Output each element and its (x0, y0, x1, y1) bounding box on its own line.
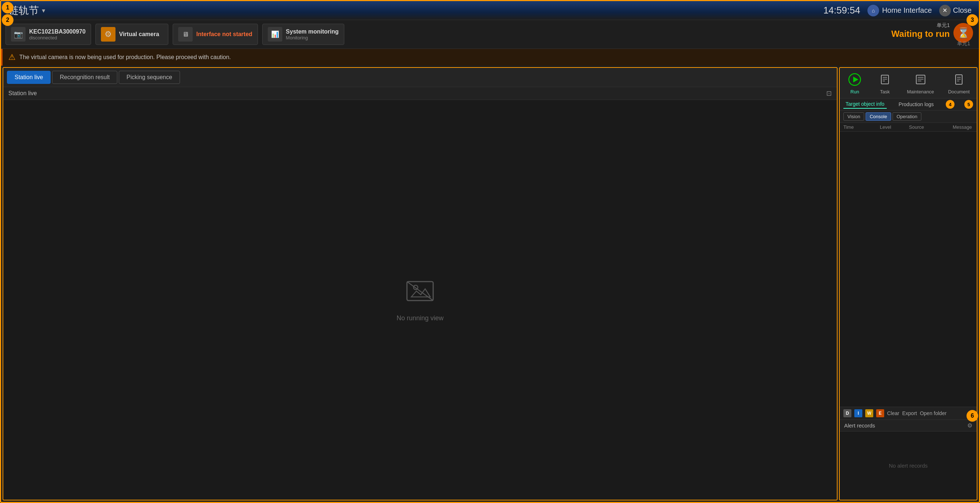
card-system-monitoring[interactable]: 📊 System monitoring Monitoring (262, 24, 344, 45)
alert-content: No alert records (840, 431, 977, 500)
no-view-icon (406, 278, 434, 309)
run-icon (847, 72, 863, 88)
open-folder-button[interactable]: Open folder (920, 410, 947, 416)
sidebar-icons: Run Task Maintenance (840, 68, 977, 99)
svg-line-2 (407, 282, 433, 300)
alert-header: Alert records ⚙ (840, 420, 977, 431)
alert-title: Alert records (844, 422, 875, 429)
panel-tabs: Target object info (843, 100, 887, 109)
console-col-header: Time Level Source Message (840, 123, 977, 132)
tab-target-object-info[interactable]: Target object info (843, 100, 887, 109)
cards-row: 2 📷 KEC1021BA3000970 disconnected ⚙ Virt… (1, 20, 979, 49)
no-view-area: No running view (3, 100, 837, 500)
top-bar-title: 链轨节 ▾ (8, 4, 45, 18)
sidebar-item-task[interactable]: Task (877, 72, 893, 94)
panel-tabs-row: Target object info Production logs 4 5 (840, 99, 977, 110)
document-icon (951, 72, 967, 88)
svg-marker-4 (853, 77, 858, 82)
view-area-header: Station live ⊡ (3, 87, 837, 100)
waiting-unit: 单元1 (891, 22, 950, 29)
document-label: Document (948, 89, 969, 94)
svg-rect-9 (916, 75, 925, 84)
card-kec-title: KEC1021BA3000970 (29, 29, 86, 35)
warning-message: The virtual camera is now being used for… (19, 54, 231, 61)
no-alert-text: No alert records (889, 463, 928, 469)
col-time: Time (843, 125, 880, 130)
badge-4: 4 (946, 100, 955, 109)
monitoring-icon: 📊 (268, 27, 282, 42)
unit-label: 单元1 (957, 40, 970, 47)
badge-1: 1 (2, 2, 13, 13)
sub-tabs: Vision Console Operation (840, 110, 977, 123)
card-virtual-title: Virtual camera (119, 31, 159, 38)
content-area: Station live Recongnition result Picking… (1, 65, 979, 502)
log-level-w-button[interactable]: W (865, 409, 873, 417)
badge-2: 2 (2, 14, 13, 26)
panel-tabs-right: Production logs (897, 100, 936, 109)
card-kec[interactable]: 📷 KEC1021BA3000970 disconnected (5, 24, 91, 45)
badge-5: 5 (964, 100, 973, 109)
status-bar: ⚠ The virtual camera is now being used f… (1, 49, 979, 65)
interface-icon: 🖥 (178, 27, 193, 42)
tab-bar: Station live Recongnition result Picking… (3, 68, 837, 87)
alert-settings-icon[interactable]: ⚙ (967, 422, 972, 429)
waiting-status: Waiting to run (891, 29, 950, 39)
svg-rect-5 (881, 75, 889, 84)
sub-tab-console[interactable]: Console (865, 112, 891, 121)
top-bar: 链轨节 ▾ 14:59:54 ⌂ Home Interface ✕ Close (1, 1, 979, 20)
no-view-text: No running view (396, 315, 443, 322)
card-monitoring-title: System monitoring (286, 29, 339, 35)
col-source: Source (909, 125, 953, 130)
badge-6: 6 (967, 410, 977, 422)
tab-production-logs[interactable]: Production logs (897, 100, 936, 109)
view-area-title: Station live (8, 90, 37, 97)
svg-rect-13 (956, 75, 962, 84)
console-content (840, 132, 977, 407)
task-label: Task (880, 89, 890, 94)
sub-tab-operation[interactable]: Operation (892, 112, 921, 121)
sidebar-item-run[interactable]: Run (847, 72, 863, 94)
virtual-camera-icon: ⚙ (101, 27, 116, 42)
main-wrapper: 1 链轨节 ▾ 14:59:54 ⌂ Home Interface ✕ Clos… (0, 0, 980, 503)
left-panel: Station live Recongnition result Picking… (3, 67, 838, 500)
camera-icon: 📷 (11, 27, 25, 42)
run-label: Run (850, 89, 859, 94)
expand-icon[interactable]: ⊡ (826, 89, 832, 97)
warning-icon: ⚠ (8, 53, 16, 62)
export-button[interactable]: Export (902, 410, 916, 416)
badge-3: 3 (967, 14, 978, 26)
tab-recognition-result[interactable]: Recongnition result (52, 71, 117, 84)
card-interface-not-started[interactable]: 🖥 Interface not started (173, 24, 258, 45)
log-level-e-button[interactable]: E (876, 409, 884, 417)
close-label: Close (953, 6, 972, 14)
col-message: Message (953, 125, 973, 130)
home-icon: ⌂ (867, 5, 879, 16)
log-level-d-button[interactable]: D (843, 409, 851, 417)
close-button[interactable]: ✕ Close (939, 5, 972, 16)
tab-station-live[interactable]: Station live (7, 71, 51, 84)
waiting-area: 单元1 Waiting to run (891, 22, 950, 39)
maintenance-label: Maintenance (907, 89, 934, 94)
console-footer: D I W E Clear Export Open folder (840, 407, 977, 420)
card-interface-title: Interface not started (196, 31, 253, 38)
hourglass-badge: ⌛ (953, 23, 973, 43)
log-level-i-button[interactable]: I (854, 409, 862, 417)
card-monitoring-subtitle: Monitoring (286, 35, 339, 40)
col-level: Level (880, 125, 909, 130)
close-icon: ✕ (939, 5, 951, 16)
home-interface-label: Home Interface (882, 6, 932, 14)
right-panel: Run Task Maintenance (839, 67, 977, 500)
maintenance-icon (913, 72, 929, 88)
card-kec-subtitle: disconnected (29, 35, 86, 40)
home-interface-button[interactable]: ⌂ Home Interface (867, 5, 932, 16)
view-area: Station live ⊡ No running view (3, 87, 837, 500)
clear-button[interactable]: Clear (887, 410, 899, 416)
sub-tab-vision[interactable]: Vision (843, 112, 864, 121)
dropdown-arrow-icon[interactable]: ▾ (42, 6, 45, 14)
card-virtual-camera[interactable]: ⚙ Virtual camera (95, 24, 168, 45)
tab-picking-sequence[interactable]: Picking sequence (119, 71, 180, 84)
sidebar-item-document[interactable]: Document (948, 72, 969, 94)
alert-panel: 6 Alert records ⚙ No alert records (840, 420, 977, 500)
sidebar-item-maintenance[interactable]: Maintenance (907, 72, 934, 94)
clock-display: 14:59:54 (823, 5, 860, 16)
